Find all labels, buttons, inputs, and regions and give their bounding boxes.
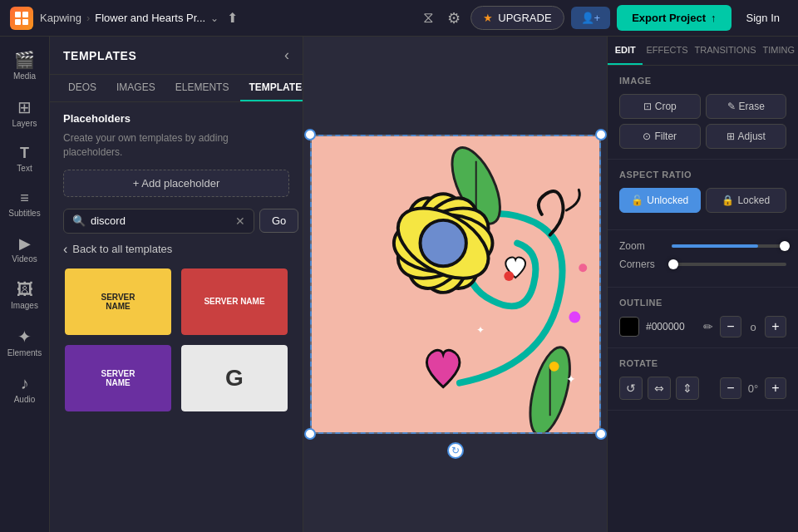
crop-button[interactable]: ⊡ Crop (619, 94, 701, 119)
erase-label: Erase (739, 101, 765, 112)
sidebar-item-audio[interactable]: ♪ Audio (3, 367, 47, 411)
media-icon: 🎬 (14, 50, 35, 70)
sidebar-item-videos[interactable]: ▶ Videos (3, 228, 47, 270)
sidebar-item-elements[interactable]: ✦ Elements (3, 320, 47, 364)
upgrade-button[interactable]: ★ UPGRADE (470, 6, 564, 30)
handle-bottom-left[interactable] (304, 428, 316, 440)
image-section: Image ⊡ Crop ✎ Erase ⊙ Filter ⊞ Adju (608, 66, 798, 160)
template-item-0[interactable]: SERVERNAME (63, 267, 173, 337)
zoom-thumb[interactable] (780, 241, 790, 251)
template-item-2[interactable]: SERVERNAME (63, 343, 173, 413)
tab-templates[interactable]: TEMPLATES (240, 75, 303, 101)
search-clear-button[interactable]: ✕ (235, 214, 245, 228)
sidebar-item-layers[interactable]: ⊞ Layers (3, 91, 47, 135)
left-panel: TEMPLATES ‹ DEOS IMAGES ELEMENTS TEMPLAT… (50, 37, 303, 532)
filter-button[interactable]: ⊙ Filter (619, 124, 701, 149)
settings-icon-button[interactable]: ⚙ (444, 6, 464, 31)
outline-increment-button[interactable]: + (765, 316, 786, 337)
sidebar-item-subtitles[interactable]: ≡ Subtitles (3, 183, 47, 224)
template-preview-0: SERVERNAME (65, 268, 171, 335)
svg-point-14 (420, 220, 466, 266)
history-icon-button[interactable]: ⧖ (420, 6, 437, 30)
search-input[interactable] (91, 214, 230, 227)
canvas-wrap[interactable]: ✦ ✦ ↻ (310, 135, 601, 434)
search-go-button[interactable]: Go (259, 209, 298, 233)
erase-button[interactable]: ✎ Erase (706, 94, 787, 119)
rotate-handle[interactable]: ↻ (447, 442, 464, 459)
main-layout: 🎬 Media ⊞ Layers T Text ≡ Subtitles ▶ Vi… (0, 37, 798, 532)
sidebar-item-images[interactable]: 🖼 Images (3, 273, 47, 317)
handle-top-right[interactable] (595, 129, 607, 140)
zoom-label: Zoom (619, 240, 665, 252)
share-button[interactable]: ⬆ (227, 10, 238, 26)
layers-icon: ⊞ (17, 97, 32, 117)
placeholders-desc: Create your own templates by adding plac… (63, 131, 289, 160)
flip-v-button[interactable]: ⇕ (676, 377, 699, 400)
panel-title: TEMPLATES (63, 49, 136, 62)
panel-close-button[interactable]: ‹ (284, 47, 289, 64)
tab-effects[interactable]: EFFECTS (643, 37, 691, 65)
add-placeholder-button[interactable]: + Add placeholder (63, 170, 289, 197)
rotate-decrement-button[interactable]: − (720, 377, 741, 399)
svg-point-15 (504, 271, 514, 281)
rotate-increment-button[interactable]: + (765, 377, 786, 399)
search-input-wrap: 🔍 ✕ (63, 209, 254, 234)
export-button[interactable]: Export Project ↑ (617, 5, 731, 31)
audio-icon: ♪ (21, 374, 29, 393)
outline-color-swatch[interactable] (619, 317, 639, 337)
template-item-1[interactable]: SERVER NAME (180, 267, 289, 337)
tab-transitions[interactable]: TRANSITIONS (692, 37, 760, 65)
outline-decrement-button[interactable]: − (720, 316, 741, 337)
outline-row: #000000 ✏ − o + (619, 316, 786, 337)
filter-icon: ⊙ (643, 131, 651, 142)
media-label: Media (13, 71, 36, 81)
locked-button[interactable]: 🔒 Locked (706, 188, 787, 213)
unlocked-button[interactable]: 🔓 Unlocked (619, 188, 701, 213)
sidebar-item-media[interactable]: 🎬 Media (3, 43, 47, 87)
corners-thumb[interactable] (668, 259, 678, 269)
sidebar-item-text[interactable]: T Text (3, 138, 47, 180)
template-item-3[interactable]: G (180, 343, 289, 413)
zoom-fill (672, 244, 758, 248)
export-label: Export Project (632, 12, 706, 24)
back-to-templates-button[interactable]: ‹ Back to all templates (63, 242, 172, 257)
svg-point-18 (579, 264, 587, 272)
project-dropdown-icon[interactable]: ⌄ (210, 12, 219, 24)
export-icon: ↑ (711, 12, 717, 24)
outline-value: o (746, 321, 760, 333)
panel-header: TEMPLATES ‹ (50, 37, 303, 75)
tab-images[interactable]: IMAGES (108, 75, 164, 101)
template-preview-2: SERVERNAME (65, 345, 171, 411)
upgrade-star-icon: ★ (483, 12, 493, 24)
adjust-icon: ⊞ (727, 131, 735, 142)
handle-bottom-right[interactable] (595, 428, 607, 440)
corners-slider[interactable] (672, 263, 786, 266)
flip-h-button[interactable]: ⇔ (648, 377, 671, 400)
tab-timing[interactable]: TIMING (760, 37, 799, 65)
rotate-ccw-button[interactable]: ↺ (619, 377, 643, 400)
tab-videos[interactable]: DEOS (60, 75, 105, 101)
subtitles-label: Subtitles (8, 209, 40, 218)
zoom-slider[interactable] (672, 244, 786, 248)
crop-icon: ⊡ (643, 101, 652, 112)
adjust-button[interactable]: ⊞ Adjust (706, 124, 787, 149)
tab-elements[interactable]: ELEMENTS (167, 75, 238, 101)
unlocked-label: Unlocked (647, 195, 688, 206)
handle-top-left[interactable] (304, 129, 316, 140)
corners-slider-row: Corners (619, 259, 786, 270)
aspect-ratio-section: Aspect Ratio 🔓 Unlocked 🔒 Locked (608, 160, 798, 230)
icon-sidebar: 🎬 Media ⊞ Layers T Text ≡ Subtitles ▶ Vi… (0, 37, 50, 532)
signin-button[interactable]: Sign In (738, 7, 788, 29)
collab-button[interactable]: 👤+ (571, 7, 611, 29)
rotate-title: Rotate (619, 358, 786, 368)
upgrade-label: UPGRADE (498, 12, 551, 24)
chevron-left-icon: ‹ (63, 242, 67, 257)
tab-edit[interactable]: EDIT (608, 37, 643, 65)
panel-tabs: DEOS IMAGES ELEMENTS TEMPLATES (50, 75, 303, 102)
erase-icon: ✎ (727, 101, 736, 112)
svg-text:✦: ✦ (475, 324, 484, 336)
image-buttons-row-2: ⊙ Filter ⊞ Adjust (619, 124, 786, 149)
eyedropper-button[interactable]: ✏ (703, 320, 713, 333)
filter-label: Filter (654, 131, 677, 142)
images-label: Images (11, 301, 38, 310)
